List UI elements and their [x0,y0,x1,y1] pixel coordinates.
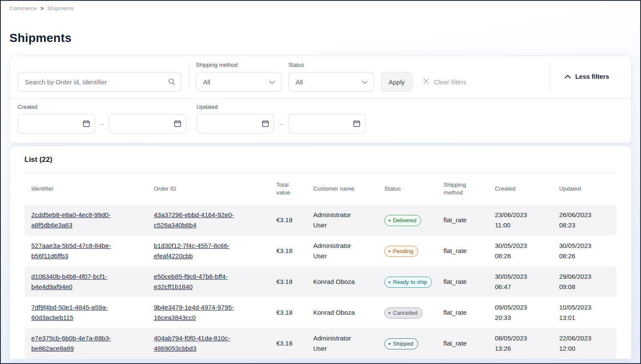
order-id-link[interactable]: 404ab794-f0f0-41da-810c-4869053cbbd3 [154,333,255,354]
created-cell: 08/05/202313:26 [488,333,552,354]
col-identifier: Identifier [31,185,154,193]
chevron-down-icon [269,78,275,86]
status-dot-icon [389,343,390,345]
shipping-method-cell: flat_rate [437,338,488,349]
calendar-icon [262,120,269,129]
status-badge: Delivered [384,215,421,226]
updated-cell: 29/06/202309:08 [552,272,617,292]
status-badge: Shipped [384,338,418,349]
status-cell: Shipped [377,337,437,349]
customer-name-cell: Administrator User [306,210,377,230]
search-input[interactable] [18,72,181,92]
filter-divider-vertical [189,62,189,92]
status-label: Status [288,62,374,69]
identifier-cell: e7e375cb-6b0b-4e7a-88b3-be862ace8a89 [31,333,154,354]
status-dot-icon [389,251,390,252]
updated-cell: 30/05/202308:26 [552,241,617,261]
total-value-cell: €3.18 [270,246,306,256]
identifier-link[interactable]: 2cdd5eb8-e8a0-4ec8-99d0-a8f5db6e3a63 [31,210,132,230]
identifier-link[interactable]: e7e375cb-6b0b-4e7a-88b3-be862ace8a89 [31,333,132,354]
table-row: 527aae3a-5b5d-47c8-84be-b56f11d6ffb3b1d3… [24,236,617,266]
chevron-up-icon [564,75,571,79]
identifier-link[interactable]: 527aae3a-5b5d-47c8-84be-b56f11d6ffb3 [31,241,132,261]
range-separator: – [279,120,283,127]
col-created: Created [488,185,552,193]
status-badge: Pending [384,246,418,257]
col-status: Status [377,185,437,193]
status-cell: Pending [377,245,437,257]
filter-row-dates: Created – [10,99,631,143]
created-cell: 30/05/202306:47 [488,272,552,292]
breadcrumb-shipments[interactable]: Shipments [48,5,74,12]
apply-button[interactable]: Apply [381,72,413,92]
col-total-value: Total value [270,181,290,197]
status-select[interactable]: All [288,72,374,92]
table-row: 7df9f4bd-50e1-4845-a59a-60d3acbeb1159b4e… [24,297,617,328]
customer-name-cell: Konrad Oboza [306,307,377,318]
clear-filters-button[interactable]: Clear filters [423,72,467,92]
status-dot-icon [389,220,390,221]
shipments-list-panel: List (22) Identifier Order ID Total valu… [9,146,632,359]
status-dot-icon [389,312,390,314]
total-value-cell: €3.18 [270,277,306,287]
breadcrumb-separator: > [41,6,44,12]
status-badge: Ready to ship [384,277,432,288]
customer-name-cell: Administrator User [306,333,377,354]
identifier-cell: 2cdd5eb8-e8a0-4ec8-99d0-a8f5db6e3a63 [31,210,154,230]
calendar-icon [174,120,181,129]
order-id-cell: b1d30f12-7f4c-4557-8c66-efeaf4220cbb [154,241,270,261]
identifier-link[interactable]: d106340b-b4b8-4f07-bcf1-b4e4d9af94e0 [31,272,132,292]
range-separator: – [100,120,104,127]
shipments-page: Commerce > Shipments Shipments [0,0,641,364]
identifier-cell: 527aae3a-5b5d-47c8-84be-b56f11d6ffb3 [31,241,154,261]
page-title: Shipments [9,31,640,45]
table-header: Identifier Order ID Total value Customer… [24,173,617,205]
created-cell: 23/06/202311:00 [488,210,552,230]
filter-row-main: Shipping method All Status All [10,56,631,99]
customer-name-cell: Konrad Oboza [306,277,377,287]
order-id-cell: 9b4e3478-1e4d-4974-9795-16cea3843cc0 [154,302,270,323]
table-rows: 2cdd5eb8-e8a0-4ec8-99d0-a8f5db6e3a6343a3… [24,205,617,359]
created-filter-label: Created [18,104,186,110]
shipping-method-cell: flat_rate [437,215,488,225]
breadcrumb: Commerce > Shipments [1,1,640,12]
order-id-cell: 404ab794-f0f0-41da-810c-4869053cbbd3 [154,333,270,354]
customer-name-cell: Administrator User [306,241,377,261]
table-row: d106340b-b4b8-4f07-bcf1-b4e4d9af94e0e50c… [24,266,617,297]
calendar-icon [83,120,90,129]
updated-filter-label: Updated [197,104,365,110]
identifier-link[interactable]: 7df9f4bd-50e1-4845-a59a-60d3acbeb115 [31,302,132,323]
shipping-method-cell: flat_rate [437,246,488,256]
identifier-cell: d106340b-b4b8-4f07-bcf1-b4e4d9af94e0 [31,272,154,292]
status-cell: Ready to ship [377,276,437,288]
order-id-cell: 43a37296-ebbd-4164-92e0-c526a340b6b4 [154,210,270,230]
table-row: e7e375cb-6b0b-4e7a-88b3-be862ace8a89404a… [24,328,617,359]
breadcrumb-commerce[interactable]: Commerce [9,5,37,12]
col-customer-name: Customer name [306,185,377,193]
filter-panel: Shipping method All Status All [9,56,632,143]
close-icon [423,78,429,86]
calendar-icon [353,120,360,129]
updated-cell: 22/06/202312:00 [552,333,617,354]
col-shipping-method: Shipping method [437,181,463,197]
total-value-cell: €3.18 [270,338,306,349]
shipping-method-cell: flat_rate [437,277,488,287]
order-id-link[interactable]: 9b4e3478-1e4d-4974-9795-16cea3843cc0 [154,302,255,323]
status-badge: Cancelled [384,307,422,319]
shipping-method-cell: flat_rate [437,307,488,318]
order-id-cell: e50ceb85-f9c6-47b6-bff4-e32cff1b1840 [154,272,270,292]
status-cell: Cancelled [377,307,437,319]
chevron-down-icon [362,78,368,86]
shipping-method-select[interactable]: All [196,72,282,92]
order-id-link[interactable]: 43a37296-ebbd-4164-92e0-c526a340b6b4 [154,210,255,230]
total-value-cell: €3.18 [270,307,306,318]
col-order-id: Order ID [154,185,270,193]
order-id-link[interactable]: b1d30f12-7f4c-4557-8c66-efeaf4220cbb [154,241,255,261]
status-dot-icon [389,281,390,283]
identifier-cell: 7df9f4bd-50e1-4845-a59a-60d3acbeb115 [31,302,154,323]
updated-cell: 26/06/202308:23 [552,210,617,230]
order-id-link[interactable]: e50ceb85-f9c6-47b6-bff4-e32cff1b1840 [154,272,255,292]
less-filters-toggle[interactable]: Less filters [550,62,623,92]
created-cell: 09/05/202320:33 [488,302,552,323]
updated-cell: 10/05/202313:01 [552,302,617,323]
